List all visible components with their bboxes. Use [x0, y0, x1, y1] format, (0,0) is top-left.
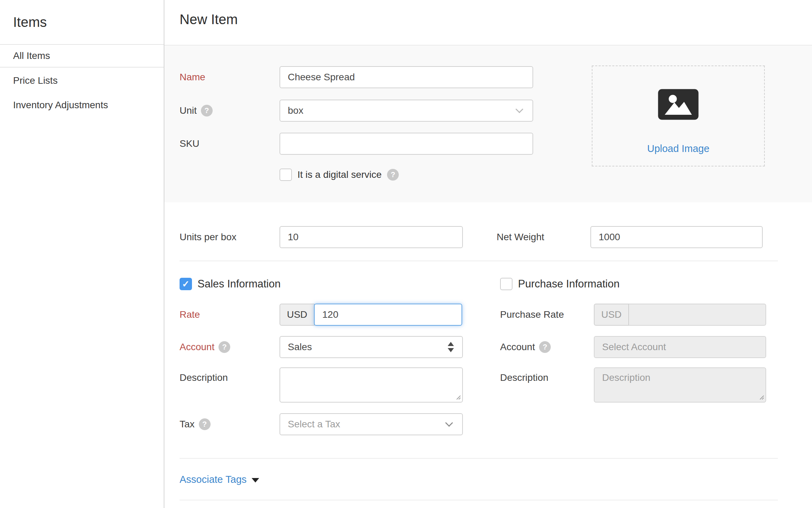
sku-label: SKU	[180, 138, 280, 149]
units-per-box-label: Units per box	[180, 232, 280, 243]
purchase-section-header: Purchase Information	[500, 278, 766, 290]
section-divider	[180, 500, 778, 500]
sidebar-item-inventory-adjustments[interactable]: Inventory Adjustments	[0, 93, 164, 116]
purchase-account-label-text: Account	[500, 342, 535, 353]
units-row: Units per box Net Weight	[164, 226, 812, 248]
sales-account-select[interactable]: Sales	[280, 336, 463, 358]
sales-purchase-section: ✓ Sales Information Rate USD Account ?	[164, 278, 812, 435]
net-weight-input[interactable]	[590, 226, 763, 248]
purchase-account-row: Account ?	[500, 336, 766, 358]
sales-account-value: Sales	[288, 342, 448, 353]
app-window: Items All Items Price Lists Inventory Ad…	[0, 0, 812, 508]
purchase-account-input[interactable]	[594, 336, 766, 358]
sales-account-row: Account ? Sales	[180, 336, 466, 358]
help-icon[interactable]: ?	[199, 418, 211, 430]
purchase-information-checkbox[interactable]	[500, 278, 512, 290]
help-icon[interactable]: ?	[219, 341, 230, 353]
unit-label: Unit ?	[180, 105, 280, 116]
name-label: Name	[180, 72, 280, 83]
help-icon[interactable]: ?	[539, 341, 551, 353]
tax-select[interactable]: Select a Tax	[280, 413, 463, 435]
select-stepper-icon	[448, 342, 454, 352]
sidebar-item-label: All Items	[13, 50, 50, 61]
purchase-rate-label: Purchase Rate	[500, 309, 594, 320]
basic-info-panel: Name Unit ? box SKU It is a digital	[164, 45, 812, 202]
page-header: New Item	[164, 0, 812, 45]
digital-service-row: It is a digital service ?	[280, 169, 812, 181]
sales-account-label-text: Account	[180, 342, 214, 353]
sidebar-nav: All Items Price Lists Inventory Adjustme…	[0, 44, 164, 116]
sidebar-item-all-items[interactable]: All Items	[0, 44, 164, 68]
page-title: New Item	[180, 12, 812, 27]
purchase-description-label: Description	[500, 372, 594, 383]
purchase-rate-group: USD	[594, 304, 766, 326]
caret-down-icon[interactable]	[252, 478, 259, 482]
upload-image-dropzone[interactable]: Upload Image	[592, 65, 765, 166]
purchase-column: Purchase Information Purchase Rate USD A…	[500, 278, 766, 435]
sales-description-label: Description	[180, 372, 280, 383]
resize-grip-icon[interactable]	[455, 394, 461, 400]
purchase-rate-row: Purchase Rate USD	[500, 304, 766, 326]
units-per-box-input[interactable]	[280, 226, 463, 248]
help-icon[interactable]: ?	[201, 105, 213, 116]
associate-tags-row: Associate Tags	[164, 474, 812, 485]
purchase-rate-input[interactable]	[629, 304, 766, 326]
sales-rate-row: Rate USD	[180, 304, 466, 326]
tax-label-text: Tax	[180, 419, 195, 430]
purchase-account-label: Account ?	[500, 341, 594, 353]
net-weight-label: Net Weight	[497, 232, 590, 243]
name-input[interactable]	[280, 66, 533, 88]
help-icon[interactable]: ?	[387, 169, 399, 181]
digital-service-checkbox[interactable]	[280, 169, 292, 181]
sales-description-row: Description	[180, 367, 466, 403]
sales-information-checkbox[interactable]: ✓	[180, 278, 192, 290]
associate-tags-link[interactable]: Associate Tags	[180, 474, 247, 485]
purchase-description-wrap	[594, 367, 766, 403]
sales-rate-input[interactable]	[314, 304, 462, 326]
sidebar-item-label: Inventory Adjustments	[13, 100, 108, 111]
section-divider	[180, 261, 778, 261]
resize-grip-icon	[758, 394, 764, 400]
sales-column: ✓ Sales Information Rate USD Account ?	[180, 278, 466, 435]
sku-input[interactable]	[280, 133, 533, 155]
digital-service-label: It is a digital service	[297, 169, 382, 180]
sidebar-item-label: Price Lists	[13, 75, 58, 86]
image-icon	[657, 88, 699, 121]
upload-image-link[interactable]: Upload Image	[647, 143, 710, 154]
sales-tax-row: Tax ? Select a Tax	[180, 413, 466, 435]
chevron-down-icon	[445, 419, 453, 427]
section-divider	[180, 458, 778, 459]
rate-group: USD	[280, 304, 462, 326]
sales-section-title: Sales Information	[197, 278, 281, 290]
sidebar: Items All Items Price Lists Inventory Ad…	[0, 0, 164, 508]
unit-select-value: box	[288, 105, 517, 116]
purchase-description-row: Description	[500, 367, 766, 403]
rate-label: Rate	[180, 309, 280, 320]
sales-section-header: ✓ Sales Information	[180, 278, 466, 290]
sales-description-wrap	[280, 367, 463, 403]
currency-prefix: USD	[594, 304, 629, 326]
sales-account-label: Account ?	[180, 341, 280, 353]
purchase-section-title: Purchase Information	[518, 278, 620, 290]
chevron-down-icon	[516, 105, 524, 113]
unit-select[interactable]: box	[280, 100, 533, 122]
sidebar-item-price-lists[interactable]: Price Lists	[0, 69, 164, 92]
sales-description-textarea[interactable]	[280, 367, 463, 403]
tax-label: Tax ?	[180, 418, 280, 430]
sidebar-title: Items	[0, 0, 164, 44]
currency-prefix: USD	[280, 304, 315, 326]
purchase-description-textarea[interactable]	[594, 367, 766, 403]
main-content: New Item Name Unit ? box SKU	[164, 0, 812, 508]
tax-select-placeholder: Select a Tax	[288, 419, 446, 430]
unit-label-text: Unit	[180, 105, 197, 116]
